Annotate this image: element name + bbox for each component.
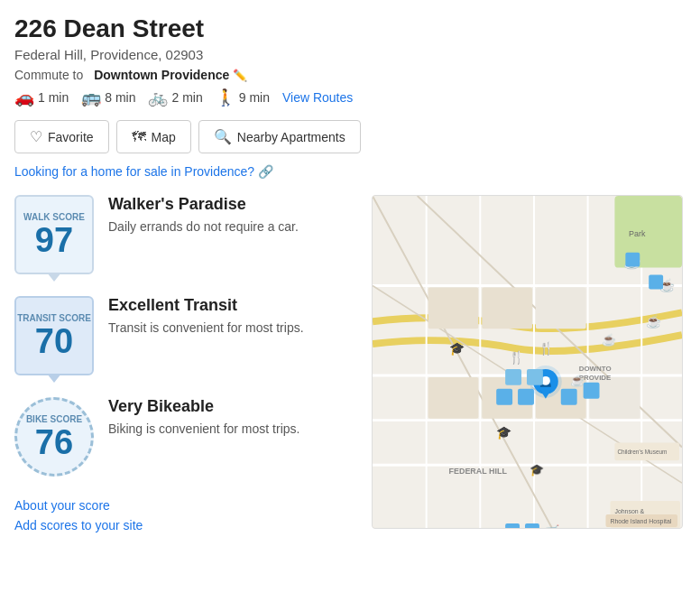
svg-text:☕: ☕ [602, 333, 617, 347]
bike-score-info: Very Bikeable Biking is convenient for m… [108, 397, 299, 439]
bike-score-number: 76 [35, 425, 73, 459]
view-routes-link[interactable]: View Routes [282, 90, 353, 105]
svg-rect-18 [428, 377, 479, 419]
svg-text:🎓: 🎓 [496, 425, 512, 440]
transit-score-title: Excellent Transit [108, 296, 304, 315]
bike-score-title: Very Bikeable [108, 397, 299, 416]
svg-text:☕: ☕ [570, 374, 585, 388]
svg-text:Children's Museum: Children's Museum [617, 449, 667, 455]
bike-score-desc: Biking is convenient for most trips. [108, 420, 299, 439]
transit-score-desc: Transit is convenient for most trips. [108, 319, 304, 338]
nearby-apartments-label: Nearby Apartments [237, 130, 345, 144]
svg-text:FEDERAL HILL: FEDERAL HILL [449, 467, 508, 476]
bus-icon: 🚌 [81, 88, 101, 107]
svg-rect-58 [649, 275, 663, 290]
walk-icon: 🚶 [216, 88, 235, 107]
transport-bike: 🚲 2 min [148, 88, 202, 107]
svg-text:🎓: 🎓 [449, 341, 465, 356]
transport-bus: 🚌 8 min [81, 88, 135, 107]
svg-rect-59 [505, 523, 520, 528]
svg-text:🍴: 🍴 [509, 350, 525, 366]
transport-car: 🚗 1 min [14, 88, 69, 107]
page-title: 226 Dean Street [14, 14, 686, 43]
transit-score-badge: Transit Score 70 [14, 296, 94, 375]
commute-label: Commute to [14, 68, 83, 82]
svg-rect-56 [527, 369, 543, 385]
search-icon: 🔍 [214, 128, 232, 145]
svg-text:Johnson &: Johnson & [614, 508, 644, 514]
nearby-apartments-button[interactable]: 🔍 Nearby Apartments [198, 120, 361, 153]
svg-rect-15 [428, 287, 479, 329]
address-subtitle: Federal Hill, Providence, 02903 [14, 47, 686, 62]
svg-rect-51 [496, 389, 512, 405]
scores-column: Walk Score 97 Walker's Paradise Daily er… [14, 195, 357, 538]
svg-rect-55 [505, 369, 521, 385]
map-column: Park FEDERAL HILL DOWNTO PROVIDE Johnson… [372, 195, 686, 538]
bus-time: 8 min [105, 90, 135, 105]
map-svg: Park FEDERAL HILL DOWNTO PROVIDE Johnson… [373, 196, 682, 528]
svg-rect-54 [584, 383, 600, 399]
external-link-icon: 🔗 [258, 164, 273, 179]
gear-decoration: Bike Score 76 [14, 397, 94, 477]
add-scores-link[interactable]: Add scores to your site [14, 518, 357, 532]
svg-rect-52 [518, 389, 534, 405]
transport-walk: 🚶 9 min [216, 88, 270, 107]
commute-row: Commute to Downtown Providence ✏️ [14, 68, 686, 82]
bike-score-badge: Bike Score 76 [14, 397, 94, 477]
svg-rect-17 [536, 287, 586, 329]
favorite-label: Favorite [48, 130, 94, 144]
svg-text:🍴: 🍴 [539, 341, 555, 356]
svg-rect-60 [525, 523, 539, 528]
commute-destination: Downtown Providence [94, 68, 229, 82]
bike-icon: 🚲 [148, 88, 168, 107]
heart-icon: ♡ [30, 128, 42, 145]
svg-text:DOWNTO: DOWNTO [579, 365, 612, 373]
footer-links: About your score Add scores to your site [14, 498, 357, 532]
walk-score-info: Walker's Paradise Daily errands do not r… [108, 195, 299, 236]
car-time: 1 min [38, 90, 69, 105]
main-content: Walk Score 97 Walker's Paradise Daily er… [14, 195, 686, 538]
svg-text:Rhode Island Hospital: Rhode Island Hospital [610, 518, 671, 525]
map-label: Map [152, 130, 176, 144]
promo-link[interactable]: Looking for a home for sale in Providenc… [14, 164, 686, 179]
walk-score-card: Walk Score 97 Walker's Paradise Daily er… [14, 195, 357, 274]
promo-text: Looking for a home for sale in Providenc… [14, 164, 254, 179]
svg-text:🎓: 🎓 [530, 463, 545, 477]
map-container[interactable]: Park FEDERAL HILL DOWNTO PROVIDE Johnson… [372, 195, 683, 529]
transit-score-number: 70 [35, 324, 73, 358]
svg-text:🛒: 🛒 [545, 524, 560, 528]
transit-score-card: Transit Score 70 Excellent Transit Trans… [14, 296, 357, 375]
map-button[interactable]: 🗺 Map [116, 120, 191, 153]
walk-score-desc: Daily errands do not require a car. [108, 218, 299, 236]
walk-score-number: 97 [35, 223, 73, 257]
action-buttons: ♡ Favorite 🗺 Map 🔍 Nearby Apartments [14, 120, 686, 153]
walk-score-badge: Walk Score 97 [14, 195, 94, 274]
svg-rect-16 [482, 287, 532, 329]
edit-icon[interactable]: ✏️ [233, 69, 247, 82]
svg-rect-57 [625, 253, 640, 267]
bike-time: 2 min [171, 90, 202, 105]
transport-row: 🚗 1 min 🚌 8 min 🚲 2 min 🚶 9 min View Rou… [14, 88, 686, 107]
transit-score-info: Excellent Transit Transit is convenient … [108, 296, 304, 338]
svg-rect-53 [561, 389, 577, 405]
map-icon: 🗺 [132, 129, 146, 145]
walk-time: 9 min [239, 90, 270, 105]
walk-score-title: Walker's Paradise [108, 195, 299, 214]
car-icon: 🚗 [14, 88, 34, 107]
svg-text:Park: Park [629, 229, 646, 238]
favorite-button[interactable]: ♡ Favorite [14, 120, 109, 153]
svg-text:☕: ☕ [646, 314, 662, 329]
about-score-link[interactable]: About your score [14, 498, 357, 513]
bike-score-card: Bike Score 76 Very Bikeable Biking is co… [14, 397, 357, 477]
